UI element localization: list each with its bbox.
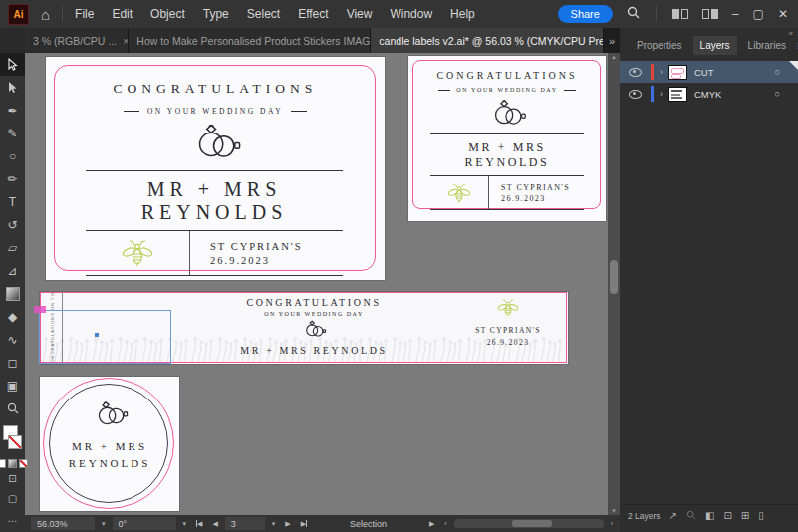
menu-view[interactable]: View <box>347 7 373 21</box>
tab-layers[interactable]: Layers <box>693 36 737 55</box>
gradient-tool[interactable] <box>0 282 25 305</box>
pen-tool[interactable]: ✒ <box>0 99 25 122</box>
target-circle-icon[interactable]: ○ <box>775 67 780 77</box>
vertical-scrollbar[interactable]: ▴ ▾ <box>608 53 620 515</box>
wedding-rings-icon <box>40 399 179 432</box>
artboard-tool[interactable]: ▣ <box>0 374 25 397</box>
menu-help[interactable]: Help <box>450 7 475 21</box>
close-button[interactable]: ✕ <box>778 7 788 21</box>
minimize-button[interactable]: – <box>732 7 739 21</box>
curvature-tool[interactable]: ✎ <box>0 122 25 144</box>
menu-effect[interactable]: Effect <box>298 7 328 21</box>
scale-tool[interactable]: ⊿ <box>0 259 25 282</box>
maximize-button[interactable]: ▢ <box>753 7 764 21</box>
wedding-rings-icon <box>408 97 606 133</box>
scroll-right-icon[interactable]: › <box>608 520 616 527</box>
locate-object-icon[interactable] <box>686 510 696 522</box>
status-menu-icon[interactable]: ▶ <box>426 520 437 528</box>
artboard-small-label[interactable]: CONGRATULATIONS ON YOUR WEDDING DAY MR +… <box>408 56 606 221</box>
paintbrush-tool[interactable]: ✏ <box>0 167 25 190</box>
workspace-switcher-icon[interactable] <box>672 9 688 19</box>
expand-layer-icon[interactable]: › <box>660 89 663 99</box>
target-circle-icon[interactable]: ○ <box>775 89 780 99</box>
layer-name[interactable]: CUT <box>694 67 714 78</box>
selection-bounding-box[interactable] <box>39 310 171 364</box>
layer-thumbnail[interactable] <box>668 87 687 102</box>
tab-overflow-chevron[interactable]: » <box>604 28 620 53</box>
document-tab-3-active[interactable]: candle labels v2.ai* @ 56.03 % (CMYK/CPU… <box>371 28 604 53</box>
direct-selection-tool[interactable] <box>0 76 25 99</box>
visibility-eye-icon[interactable] <box>629 90 642 99</box>
menu-file[interactable]: File <box>75 7 94 21</box>
rotation-field[interactable]: 0° <box>113 517 176 530</box>
label-date: 26.9.2023 <box>501 194 570 203</box>
share-button[interactable]: Share <box>558 5 613 23</box>
blend-tool[interactable]: ∿ <box>0 328 25 351</box>
horizontal-scroll-thumb[interactable] <box>512 520 552 527</box>
eraser-tool[interactable]: ▱ <box>0 236 25 259</box>
menu-select[interactable]: Select <box>247 7 280 21</box>
arrange-documents-icon[interactable] <box>702 9 718 19</box>
selection-tool[interactable] <box>0 53 25 76</box>
document-tab-1[interactable]: 3 % (RGB/CPU ... × <box>25 28 129 53</box>
layer-row-cut[interactable]: › CUT ○ <box>620 61 798 83</box>
make-mask-icon[interactable]: ◧ <box>705 510 714 521</box>
artboard-circle-label[interactable]: MR + MRS REYNOLDS <box>40 377 179 511</box>
tab-libraries[interactable]: Libraries <box>741 36 793 55</box>
eyedropper-tool[interactable]: ◆ <box>0 305 25 328</box>
fill-stroke-swatches[interactable] <box>0 423 25 457</box>
menu-window[interactable]: Window <box>390 7 432 21</box>
visibility-eye-icon[interactable] <box>629 68 642 77</box>
previous-artboard-button[interactable]: ◀ <box>209 520 220 528</box>
menu-object[interactable]: Object <box>150 7 185 21</box>
label-church: ST CYPRIAN'S <box>453 326 563 335</box>
home-icon[interactable]: ⌂ <box>41 6 50 23</box>
none-button[interactable] <box>19 459 28 468</box>
gradient-button[interactable] <box>8 459 17 468</box>
canvas[interactable]: CONGRATULATIONS ON YOUR WEDDING DAY MR +… <box>25 53 608 515</box>
delete-layer-icon[interactable]: ▯ <box>758 510 764 521</box>
new-layer-icon[interactable]: ⊞ <box>741 510 749 521</box>
tab-label: How to Make Personalised Product Sticker… <box>136 35 371 47</box>
menu-edit[interactable]: Edit <box>112 7 133 21</box>
scroll-up-icon[interactable]: ▴ <box>612 53 616 61</box>
artboard-dropdown-icon[interactable]: ▾ <box>269 520 279 528</box>
scroll-left-icon[interactable]: ‹ <box>441 520 449 527</box>
type-tool[interactable]: T <box>0 190 25 213</box>
layer-count-label: 2 Layers <box>628 511 661 521</box>
search-icon[interactable] <box>627 6 640 22</box>
zoom-tool[interactable] <box>0 397 25 419</box>
label-title: CONGRATULATIONS <box>149 297 478 308</box>
menu-type[interactable]: Type <box>203 7 229 21</box>
collect-for-export-icon[interactable]: ↗ <box>669 510 677 521</box>
screen-mode-button[interactable]: ▢ <box>0 488 25 508</box>
collapse-panel-icon[interactable]: « <box>789 29 793 38</box>
artboard-number-field[interactable]: 3 <box>225 517 265 530</box>
menubar: Ai ⌂ File Edit Object Type Select Effect… <box>0 0 798 28</box>
draw-mode-button[interactable]: ⊡ <box>0 468 25 488</box>
rotation-dropdown-icon[interactable]: ▾ <box>180 520 190 528</box>
artboard-large-label[interactable]: CONGRATULATIONS ON YOUR WEDDING DAY MR +… <box>46 57 385 280</box>
new-sublayer-icon[interactable]: ⊡ <box>723 510 731 521</box>
horizontal-scrollbar[interactable] <box>454 519 604 528</box>
layer-thumbnail[interactable] <box>668 65 687 80</box>
first-artboard-button[interactable]: ◀ <box>193 520 205 528</box>
zoom-dropdown-icon[interactable]: ▾ <box>99 520 109 528</box>
rotate-tool[interactable]: ↺ <box>0 213 25 236</box>
vertical-scroll-thumb[interactable] <box>610 260 618 294</box>
shape-builder-tool[interactable]: ◻ <box>0 351 25 374</box>
color-button[interactable] <box>0 459 6 468</box>
next-artboard-button[interactable]: ▶ <box>282 520 293 528</box>
app-logo-icon[interactable]: Ai <box>8 4 29 25</box>
expand-layer-icon[interactable]: › <box>660 67 663 77</box>
zoom-level-field[interactable]: 56.03% <box>31 517 95 530</box>
ellipse-tool[interactable]: ○ <box>0 144 25 167</box>
document-tab-2[interactable]: How to Make Personalised Product Sticker… <box>129 28 371 53</box>
scroll-down-icon[interactable]: ▾ <box>612 507 616 515</box>
tab-properties[interactable]: Properties <box>630 36 689 55</box>
last-artboard-button[interactable]: ▶ <box>298 520 310 528</box>
layer-row-cmyk[interactable]: › CMYK ○ <box>620 83 798 105</box>
layer-name[interactable]: CMYK <box>694 89 721 100</box>
stroke-none-swatch[interactable] <box>8 435 22 449</box>
toolbar-more-button[interactable]: … <box>0 508 25 528</box>
